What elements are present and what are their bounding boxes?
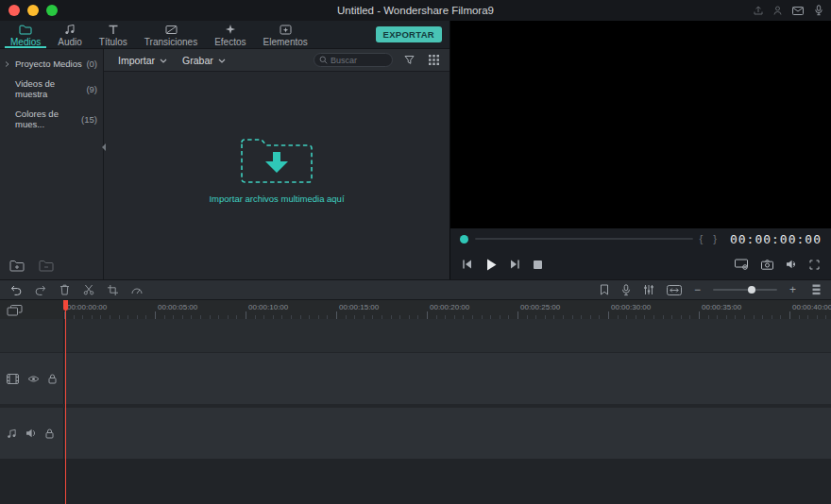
record-voiceover-icon[interactable] (621, 284, 631, 296)
timeline-spacer-row (0, 319, 831, 353)
ruler-label: 00:00:15:00 (339, 303, 379, 311)
stop-icon[interactable] (534, 260, 542, 269)
ruler-label: 00:00:05:00 (158, 303, 197, 311)
lock-icon[interactable] (45, 428, 54, 439)
tab-label: Medios (10, 37, 41, 47)
video-track-lane (64, 353, 831, 404)
filmora-window: Untitled - Wondershare Filmora9 (0, 0, 831, 504)
import-folder-icon (240, 134, 314, 185)
timeline-bottom-area (0, 459, 831, 504)
fit-timeline-icon[interactable] (667, 285, 682, 295)
chevron-right-icon[interactable] (5, 60, 9, 67)
sidebar-item-videos-muestra[interactable]: Videos de muestra (9) (0, 74, 103, 104)
scrubber-track[interactable] (475, 238, 693, 240)
traffic-lights (0, 5, 58, 16)
mixer-icon[interactable] (643, 284, 654, 295)
delete-folder-icon[interactable] (39, 260, 54, 272)
speaker-icon[interactable] (25, 428, 37, 438)
tab-efectos[interactable]: Efectos (206, 21, 254, 48)
display-settings-icon[interactable] (735, 259, 749, 270)
bottom-track-header (0, 459, 64, 504)
new-folder-icon[interactable] (9, 260, 25, 272)
redo-icon[interactable] (35, 285, 46, 295)
zoom-in-icon[interactable]: + (789, 284, 796, 295)
mic-icon[interactable] (814, 5, 823, 16)
close-window-button[interactable] (8, 5, 20, 16)
delete-icon[interactable] (59, 284, 70, 295)
ruler-label: 00:00:00:00 (67, 303, 107, 311)
tab-medios[interactable]: Medios (2, 21, 49, 48)
track-options-icon[interactable] (812, 284, 821, 295)
zoom-slider[interactable] (713, 285, 777, 294)
crop-icon[interactable] (108, 285, 118, 295)
account-icon[interactable] (773, 6, 782, 15)
filter-icon[interactable] (400, 55, 417, 65)
audio-track-header (0, 408, 64, 459)
mark-in-icon[interactable]: { (700, 233, 704, 244)
preview-screen (450, 21, 831, 228)
play-icon[interactable] (485, 259, 497, 271)
marker-icon[interactable] (600, 284, 609, 295)
previous-frame-icon[interactable] (462, 260, 472, 269)
manage-tracks-icon[interactable] (7, 304, 23, 316)
volume-icon[interactable] (786, 260, 797, 269)
audio-track-row (0, 408, 831, 459)
sidebar-item-colores-muestra[interactable]: Colores de mues... (15) (0, 104, 103, 134)
media-panel: Importar Grabar (104, 49, 449, 279)
record-dropdown[interactable]: Grabar (176, 55, 232, 66)
lock-icon[interactable] (48, 374, 57, 384)
speed-icon[interactable] (131, 285, 143, 294)
audio-track-lane (64, 408, 831, 459)
sidebar-item-proyecto-medios[interactable]: Proyecto Medios (0) (0, 54, 103, 74)
transport-controls (450, 249, 831, 279)
import-drop-zone[interactable]: Importar archivos multimedia aquí (104, 72, 449, 279)
mail-icon[interactable] (792, 7, 804, 15)
tab-transiciones[interactable]: Transiciones (136, 21, 206, 48)
import-dropdown[interactable]: Importar (111, 55, 174, 66)
chevron-down-icon (218, 59, 226, 63)
undo-icon[interactable] (10, 285, 22, 295)
import-hint-label: Importar archivos multimedia aquí (209, 193, 344, 204)
snapshot-icon[interactable] (761, 260, 773, 270)
ruler-label: 00:00:35:00 (702, 303, 741, 311)
sidebar-item-count: (0) (82, 59, 97, 69)
tab-label: Títulos (99, 37, 127, 47)
fullscreen-icon[interactable] (809, 260, 820, 270)
search-box[interactable] (314, 53, 393, 67)
ruler-label: 00:00:25:00 (520, 303, 560, 311)
video-track-icon[interactable] (7, 374, 19, 384)
timeline-playhead[interactable] (65, 300, 66, 504)
zoom-window-button[interactable] (46, 5, 58, 16)
tab-elementos[interactable]: Elementos (255, 21, 316, 48)
tab-label: Elementos (263, 37, 308, 47)
minimize-window-button[interactable] (27, 5, 39, 16)
eye-icon[interactable] (27, 375, 40, 383)
playhead-handle[interactable] (460, 235, 468, 244)
mark-out-icon[interactable]: } (713, 233, 717, 244)
window-title: Untitled - Wondershare Filmora9 (0, 5, 831, 16)
main-area: Medios Audio Títulos (0, 21, 831, 279)
zoom-slider-knob[interactable] (748, 286, 755, 294)
media-section: Proyecto Medios (0) Videos de muestra (9… (0, 49, 449, 279)
export-button[interactable]: EXPORTAR (376, 26, 442, 42)
search-input[interactable] (331, 56, 387, 65)
split-icon[interactable] (83, 284, 94, 295)
zoom-out-icon[interactable]: − (694, 284, 701, 295)
effects-icon (225, 23, 236, 35)
sidebar-item-label: Colores de mues... (15, 109, 77, 129)
preview-options (735, 259, 820, 270)
collapse-panel-handle[interactable] (102, 143, 106, 151)
timeline-ruler[interactable]: 00:00:00:00 00:00:05:00 00:00:10:00 00:0… (64, 300, 831, 319)
spacer-track-lane (64, 319, 831, 352)
transition-icon (165, 23, 178, 35)
sidebar-item-count: (9) (82, 84, 97, 94)
audio-track-icon[interactable] (7, 428, 17, 439)
tab-audio[interactable]: Audio (49, 21, 91, 48)
titlebar-actions (754, 0, 823, 21)
preview-pane: { } 00:00:00:00 (450, 21, 831, 279)
share-icon[interactable] (754, 6, 763, 15)
timeline-toolbar: − + (0, 279, 831, 300)
grid-view-icon[interactable] (425, 55, 442, 65)
next-frame-icon[interactable] (510, 260, 520, 269)
tab-titulos[interactable]: Títulos (91, 21, 136, 48)
